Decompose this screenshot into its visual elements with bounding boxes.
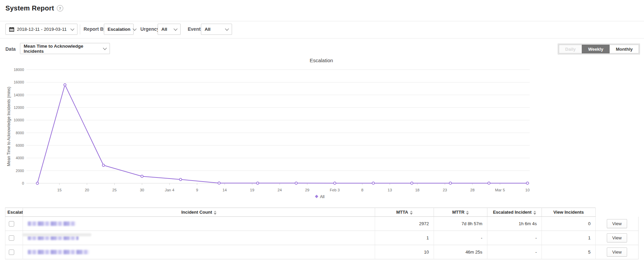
col-header-mttr[interactable]: MTTR: [434, 208, 487, 217]
x-tick-label: 10: [525, 188, 530, 192]
view-incidents-button[interactable]: View: [607, 247, 627, 257]
date-range-picker[interactable]: 2018-12-11 - 2019-03-11: [5, 24, 77, 35]
event-select[interactable]: All: [201, 24, 232, 35]
cell-escalated-incident: 1: [542, 231, 596, 245]
x-tick-label: Mar 5: [495, 188, 505, 192]
urgency-label: Urgency: [140, 26, 159, 32]
data-point[interactable]: [36, 182, 39, 185]
col-header-label: MTTA: [396, 210, 408, 215]
x-tick-label: 25: [112, 188, 117, 192]
x-tick-label: 19: [250, 188, 254, 192]
data-point[interactable]: [64, 84, 66, 86]
x-tick-label: 14: [223, 188, 227, 192]
chevron-down-icon: [225, 27, 229, 30]
y-tick-label: 12000: [14, 105, 24, 110]
table-header: Escalation Policy NameIncident CountMTTA…: [5, 208, 639, 217]
cell-incident-count: 2972: [375, 217, 434, 231]
divider-filters: [0, 38, 644, 39]
chevron-down-icon: [70, 27, 74, 30]
col-header-label: MTTR: [452, 210, 464, 215]
legend-label-all[interactable]: All: [320, 194, 324, 199]
col-header-label: Escalation Policy Name: [7, 210, 23, 215]
view-incidents-button[interactable]: View: [607, 233, 627, 242]
row-checkbox[interactable]: [9, 250, 14, 255]
sort-icon[interactable]: [410, 211, 413, 215]
data-point[interactable]: [372, 182, 374, 184]
sort-icon[interactable]: [533, 211, 536, 215]
col-header-escalated-incident[interactable]: Escalated Incident: [487, 208, 542, 217]
chevron-down-icon: [174, 27, 177, 30]
chevron-down-icon: [133, 27, 136, 30]
cell-escalated-incident: 5: [542, 245, 596, 259]
escalation-policy-table: Escalation Policy NameIncident CountMTTA…: [5, 208, 638, 259]
data-point[interactable]: [256, 182, 259, 184]
x-tick-label: 9: [196, 188, 198, 192]
sort-icon[interactable]: [214, 211, 216, 215]
page-header: System Report ?: [5, 4, 63, 12]
data-point[interactable]: [141, 175, 143, 178]
policy-name-redacted[interactable]: [28, 250, 89, 254]
y-tick-label: 8000: [16, 131, 24, 135]
col-header-incident-count[interactable]: Incident Count: [23, 208, 375, 217]
data-point[interactable]: [334, 182, 336, 184]
data-point[interactable]: [179, 178, 182, 181]
data-point[interactable]: [295, 182, 297, 184]
legend-marker-all: [315, 195, 318, 198]
urgency-value: All: [161, 27, 167, 32]
cell-mtta: 46m 25s: [434, 245, 487, 259]
cell-incident-count: 10: [375, 245, 434, 259]
view-incidents-button[interactable]: View: [607, 219, 627, 228]
y-tick-label: 4000: [16, 156, 24, 160]
y-axis-title: Mean Time to Acknowledge Incidents (mins…: [6, 87, 11, 166]
urgency-select[interactable]: All: [158, 24, 181, 35]
data-point[interactable]: [449, 182, 452, 184]
event-value: All: [205, 27, 210, 32]
mtta-line-chart: EscalationMean Time to Acknowledge Incid…: [0, 47, 644, 203]
x-tick-label: 28: [470, 188, 475, 192]
help-icon[interactable]: ?: [57, 5, 63, 11]
col-header-view-incidents: View Incidents: [542, 208, 596, 217]
report-by-value: Escalation: [108, 27, 131, 32]
x-tick-label: Jan 4: [165, 188, 175, 192]
report-by-label: Report By: [84, 26, 106, 32]
x-tick-label: 20: [85, 188, 89, 192]
chart-title: Escalation: [309, 57, 333, 63]
table-row: 1--1View: [5, 231, 639, 245]
data-point[interactable]: [102, 164, 105, 166]
page-title: System Report: [5, 4, 54, 12]
y-tick-label: 6000: [16, 143, 24, 147]
data-point[interactable]: [218, 182, 220, 184]
event-label: Event: [188, 26, 201, 32]
x-tick-label: 30: [140, 188, 144, 192]
report-by-select[interactable]: Escalation: [104, 24, 134, 35]
x-tick-label: 13: [388, 188, 392, 192]
system-report-page: { "page": { "title": "System Report", "h…: [0, 0, 644, 260]
data-point[interactable]: [488, 182, 490, 184]
series-line-all: [38, 85, 528, 183]
col-header-label: Escalated Incident: [493, 210, 531, 215]
divider-top: [0, 21, 644, 21]
y-tick-label: 18000: [14, 68, 24, 72]
sort-icon[interactable]: [466, 211, 469, 215]
x-tick-label: 15: [57, 188, 62, 192]
row-checkbox[interactable]: [9, 235, 14, 241]
filter-divider: [80, 24, 80, 34]
x-tick-label: Feb 3: [330, 188, 340, 192]
y-tick-label: 10000: [14, 118, 24, 122]
table-row: 1046m 25s-5View: [5, 245, 639, 259]
cell-mttr: -: [487, 245, 542, 259]
col-header-escalation-policy-name[interactable]: Escalation Policy Name: [5, 208, 23, 217]
data-point[interactable]: [526, 182, 529, 184]
policy-name-redacted[interactable]: [28, 221, 76, 226]
x-tick-label: 18: [415, 188, 419, 192]
y-tick-label: 0: [22, 181, 24, 185]
x-tick-label: 23: [443, 188, 447, 192]
col-header-label: View Incidents: [553, 210, 584, 215]
x-tick-label: 24: [277, 188, 282, 192]
data-point[interactable]: [411, 182, 413, 184]
cell-mtta: -: [434, 231, 487, 245]
row-checkbox[interactable]: [9, 221, 14, 227]
col-header-mtta[interactable]: MTTA: [375, 208, 434, 217]
date-range-value: 2018-12-11 - 2019-03-11: [17, 27, 67, 32]
cell-incident-count: 1: [375, 231, 434, 245]
